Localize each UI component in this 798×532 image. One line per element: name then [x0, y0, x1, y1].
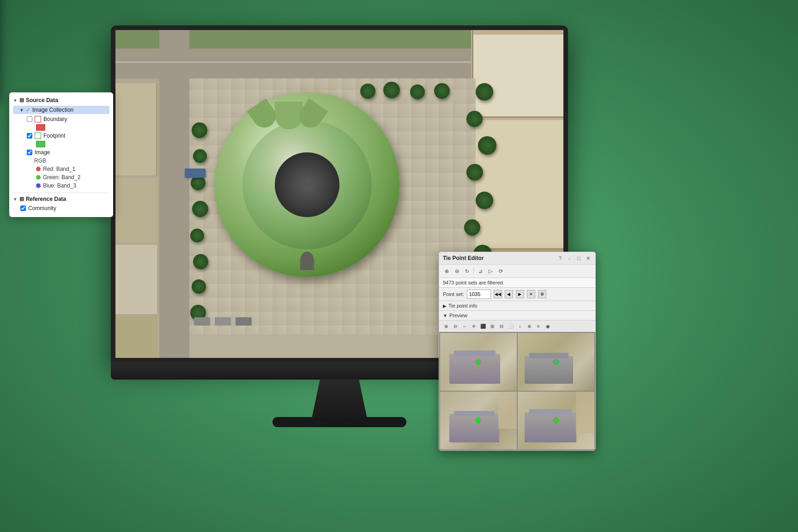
image-collection-check[interactable]: ✓	[26, 107, 30, 113]
boundary-swatch-row	[13, 123, 109, 132]
footprint-checkbox[interactable]	[27, 133, 32, 139]
nav-settings-btn[interactable]: ⚙	[538, 290, 546, 298]
red-band-row: Red: Band_1	[13, 165, 109, 173]
collapse-arrow-image-collection: ▼	[19, 108, 24, 113]
preview-cell-tl[interactable]: +	[440, 333, 517, 391]
green-band-label: Green: Band_2	[43, 174, 80, 181]
prev-tool-4[interactable]: ✛	[470, 322, 478, 330]
boundary-color-box	[35, 116, 41, 122]
prev-tool-1[interactable]: ⊕	[442, 322, 450, 330]
footprint-label: Footprint	[43, 133, 65, 139]
boundary-row[interactable]: Boundary	[13, 115, 109, 123]
community-row[interactable]: Community	[13, 204, 109, 212]
preview-toolbar: ⊕ ⊖ ↔ ✛ ⬛ ⊞ ⊟ ⬜ ↕ ⊛ ≡ ◉	[439, 320, 595, 332]
tool-btn-1[interactable]: ⊕	[442, 266, 451, 276]
toolbar-row-1: ⊕ ⊖ ↻ ⊿ ▷ ⟳	[439, 265, 595, 278]
reference-grid-icon: ⊞	[19, 196, 24, 202]
reference-data-label: Reference Data	[26, 196, 66, 202]
tie-point-info-label: Tie point info	[448, 303, 478, 308]
status-bar: 9473 point sets are filtered	[439, 278, 595, 288]
tool-btn-3[interactable]: ↻	[462, 266, 472, 276]
tool-btn-6[interactable]: ⟳	[496, 266, 505, 276]
preview-label: Preview	[449, 313, 467, 318]
nav-prev-btn[interactable]: ◀	[505, 290, 513, 298]
window-controls[interactable]: ? - □ ✕	[556, 254, 592, 262]
point-set-label: Point set:	[443, 291, 464, 297]
point-set-row: Point set: ◀◀ ◀ ▶ ✕ ⚙	[439, 288, 595, 301]
image-row[interactable]: Image	[13, 148, 109, 157]
preview-header[interactable]: ▼ Preview	[439, 311, 595, 320]
boundary-checkbox[interactable]	[27, 116, 32, 122]
blue-band-row: Blue: Band_3	[13, 181, 109, 190]
prev-tool-12[interactable]: ◉	[544, 322, 552, 330]
status-text: 9473 point sets are filtered	[443, 280, 503, 285]
restore-icon[interactable]: □	[575, 254, 582, 262]
collapse-arrow-source: ▼	[13, 98, 18, 103]
tool-btn-5[interactable]: ▷	[486, 266, 495, 276]
layer-panel: ▼ ⊞ Source Data ▼ ✓ Image Collection Bou…	[9, 92, 113, 217]
prev-tool-11[interactable]: ≡	[534, 322, 543, 330]
monitor-stand	[312, 379, 367, 418]
collapse-arrow-reference: ▼	[13, 197, 18, 202]
nav-next-btn[interactable]: ▶	[516, 290, 524, 298]
prev-tool-10[interactable]: ⊛	[525, 322, 533, 330]
source-data-group-header[interactable]: ▼ ⊞ Source Data	[13, 97, 109, 103]
preview-cell-bl[interactable]: +	[440, 392, 517, 449]
prev-tool-5[interactable]: ⬛	[479, 322, 487, 330]
close-button[interactable]: ✕	[584, 254, 592, 262]
help-button[interactable]: ?	[556, 254, 564, 262]
rgb-row: RGB	[13, 157, 109, 165]
prev-tool-7[interactable]: ⊟	[497, 322, 506, 330]
tie-point-info-section[interactable]: ▶ Tie point info	[439, 301, 595, 311]
preview-cell-br[interactable]: +	[518, 392, 594, 449]
panel-divider	[13, 193, 109, 193]
footprint-swatch-row	[13, 140, 109, 148]
minus-icon[interactable]: -	[566, 254, 573, 262]
prev-tool-6[interactable]: ⊞	[488, 322, 496, 330]
tie-point-header: Tie Point Editor ? - □ ✕	[439, 252, 595, 265]
prev-tool-3[interactable]: ↔	[460, 322, 469, 330]
green-band-row: Green: Band_2	[13, 173, 109, 181]
reference-data-group-header[interactable]: ▼ ⊞ Reference Data	[13, 196, 109, 202]
image-collection-label: Image Collection	[32, 107, 73, 113]
preview-cell-tr[interactable]: +	[518, 333, 594, 391]
nav-prev-prev-btn[interactable]: ◀◀	[494, 290, 502, 298]
image-label: Image	[35, 149, 50, 156]
tie-point-title: Tie Point Editor	[443, 255, 484, 261]
prev-tool-2[interactable]: ⊖	[451, 322, 459, 330]
nav-delete-btn[interactable]: ✕	[527, 290, 535, 298]
footprint-color-box	[35, 133, 41, 139]
tie-point-info-header[interactable]: ▶ Tie point info	[443, 303, 592, 308]
image-collection-row[interactable]: ▼ ✓ Image Collection	[13, 106, 109, 114]
expand-arrow-info: ▶	[443, 303, 447, 308]
prev-tool-9[interactable]: ↕	[516, 322, 524, 330]
dome-building-core	[275, 152, 339, 217]
community-label: Community	[28, 205, 56, 212]
prev-tool-8[interactable]: ⬜	[507, 322, 515, 330]
filter-btn[interactable]: ⊿	[476, 266, 485, 276]
road-left-vertical	[159, 30, 189, 358]
preview-section: ▼ Preview ⊕ ⊖ ↔ ✛ ⬛ ⊞ ⊟ ⬜ ↕ ⊛ ≡ ◉	[439, 311, 595, 450]
expand-arrow-preview: ▼	[443, 313, 447, 318]
red-band-label: Red: Band_1	[43, 166, 75, 172]
footprint-row[interactable]: Footprint	[13, 132, 109, 140]
source-data-label: Source Data	[26, 97, 58, 103]
tie-point-editor-panel: Tie Point Editor ? - □ ✕ ⊕ ⊖ ↻ ⊿ ▷ ⟳ 947…	[439, 252, 596, 451]
point-set-input[interactable]	[467, 290, 491, 299]
monitor-base	[272, 417, 406, 427]
tool-btn-2[interactable]: ⊖	[452, 266, 461, 276]
boundary-label: Boundary	[43, 116, 67, 122]
image-checkbox[interactable]	[27, 150, 32, 155]
community-checkbox[interactable]	[20, 206, 26, 211]
database-icon: ⊞	[19, 97, 24, 103]
blue-band-label: Blue: Band_3	[43, 182, 76, 189]
preview-image-grid: + + +	[439, 332, 595, 450]
